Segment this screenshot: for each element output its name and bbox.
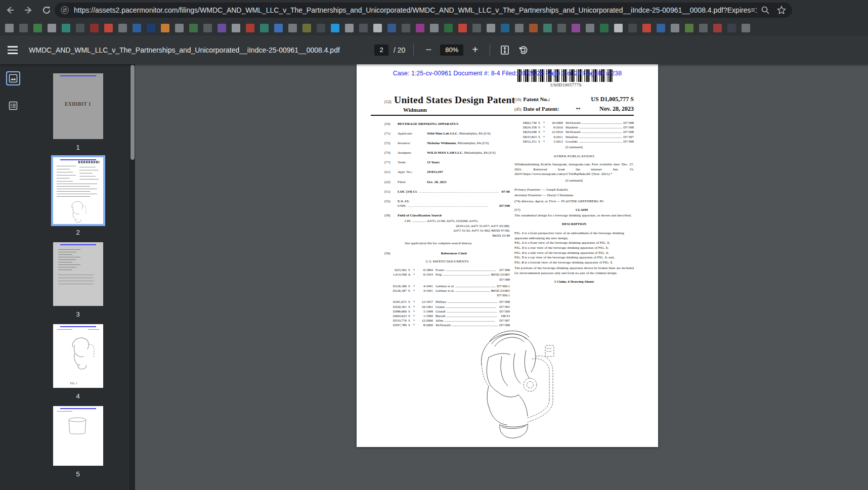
bookmark-favicon[interactable] bbox=[628, 24, 637, 32]
bookmark-favicon[interactable] bbox=[90, 24, 99, 32]
biblio-field: (58)Field of Classification SearchCPC ..… bbox=[384, 213, 510, 246]
bookmark-favicon[interactable] bbox=[48, 24, 56, 32]
field-body: Field of Classification SearchCPC ......… bbox=[398, 213, 510, 246]
bookmark-favicon[interactable] bbox=[19, 24, 28, 32]
reference-number: D533,776 bbox=[384, 318, 407, 323]
field-body: Wild Man Lab LLC, Philadelphia, PA (US) bbox=[427, 131, 510, 137]
zoom-out-button[interactable]: − bbox=[422, 43, 435, 57]
outline-panel-toggle[interactable] bbox=[6, 99, 20, 113]
bookmark-favicon[interactable] bbox=[317, 24, 325, 32]
bookmark-favicon[interactable] bbox=[260, 24, 269, 32]
bookmark-favicon[interactable] bbox=[515, 24, 524, 32]
bookmark-favicon[interactable] bbox=[430, 24, 439, 32]
attorney-name: FLASTER GREENBERG PC bbox=[561, 199, 604, 203]
url-bar[interactable]: https://assets2.pacermonitor.com/filings… bbox=[55, 3, 792, 18]
bookmark-favicon[interactable] bbox=[543, 24, 552, 32]
bookmark-favicon[interactable] bbox=[671, 24, 679, 32]
page-thumbnail[interactable]: FIG 1 bbox=[53, 324, 103, 388]
reload-button[interactable] bbox=[38, 2, 55, 18]
bookmark-favicon[interactable] bbox=[118, 24, 127, 32]
bookmark-favicon[interactable] bbox=[373, 24, 382, 32]
page-thumbnail[interactable]: EXHIBIT 1 bbox=[53, 73, 103, 139]
page-thumbnail[interactable] bbox=[53, 157, 103, 224]
bookmark-favicon[interactable] bbox=[288, 24, 297, 32]
bookmark-favicon[interactable] bbox=[133, 24, 141, 32]
bookmark-favicon[interactable] bbox=[416, 24, 424, 32]
description-line: FIG. 6 is a bottom view of the beverage … bbox=[514, 260, 634, 265]
field-value: 07-06 bbox=[502, 190, 510, 195]
reference-kind: S bbox=[407, 318, 412, 323]
bookmark-favicon[interactable] bbox=[33, 24, 42, 32]
page-thumbnail[interactable] bbox=[53, 242, 103, 306]
patent-title: United States Design Patent bbox=[394, 95, 515, 106]
zoom-in-button[interactable]: + bbox=[468, 43, 482, 57]
bookmark-favicon[interactable] bbox=[5, 24, 14, 32]
description-title: DESCRIPTION bbox=[514, 222, 634, 227]
bookmark-favicon[interactable] bbox=[331, 24, 339, 32]
bookmark-favicon[interactable] bbox=[529, 24, 538, 32]
bookmark-favicon[interactable] bbox=[232, 24, 240, 32]
reference-date: 10/1991 bbox=[416, 304, 433, 309]
bookmark-favicon[interactable] bbox=[444, 24, 453, 32]
bookmark-favicon[interactable] bbox=[62, 24, 70, 32]
rotate-button[interactable] bbox=[516, 43, 530, 57]
bookmark-favicon[interactable] bbox=[345, 24, 354, 32]
reference-date: 6/1894 bbox=[416, 268, 433, 272]
bookmark-favicon[interactable] bbox=[274, 24, 283, 32]
bookmark-favicon[interactable] bbox=[742, 24, 750, 32]
bookmark-favicon[interactable] bbox=[458, 24, 467, 32]
bookmark-favicon[interactable] bbox=[600, 24, 609, 32]
bookmark-favicon[interactable] bbox=[557, 24, 566, 32]
bookmark-favicon[interactable] bbox=[387, 24, 396, 32]
back-button[interactable] bbox=[2, 2, 18, 18]
bookmark-favicon[interactable] bbox=[246, 24, 254, 32]
reference-kind: S bbox=[407, 314, 412, 318]
bookmark-favicon[interactable] bbox=[472, 24, 481, 32]
search-icon[interactable] bbox=[761, 6, 770, 15]
bookmark-favicon[interactable] bbox=[487, 24, 495, 32]
site-info-icon[interactable] bbox=[61, 6, 69, 14]
forward-button[interactable] bbox=[20, 2, 36, 18]
scrollbar-thumb[interactable] bbox=[131, 65, 135, 160]
fit-page-button[interactable] bbox=[498, 43, 511, 57]
forward-icon bbox=[23, 5, 33, 15]
bookmark-favicon[interactable] bbox=[104, 24, 113, 32]
reference-kind: S bbox=[407, 284, 412, 288]
zoom-level[interactable]: 80% bbox=[440, 44, 463, 56]
bookmark-favicon[interactable] bbox=[713, 24, 722, 32]
reference-name: Maufette bbox=[566, 125, 578, 129]
bookmark-favicon[interactable] bbox=[189, 24, 198, 32]
bookmark-favicon[interactable] bbox=[161, 24, 169, 32]
bookmark-favicon[interactable] bbox=[727, 24, 736, 32]
bookmark-favicon[interactable] bbox=[76, 24, 84, 32]
bookmark-favicon[interactable] bbox=[685, 24, 693, 32]
bookmark-favicon[interactable] bbox=[147, 24, 155, 32]
bookmark-favicon[interactable] bbox=[501, 24, 509, 32]
bookmark-favicon[interactable] bbox=[657, 24, 665, 32]
thumbnails-panel-toggle[interactable] bbox=[6, 71, 20, 85]
reference-name: Goralski bbox=[566, 139, 578, 144]
thumbnails-scrollbar[interactable] bbox=[129, 64, 135, 490]
reference-class: D7/398 bbox=[384, 277, 510, 282]
bookmark-favicon[interactable] bbox=[572, 24, 580, 32]
reference-class: D7/397 bbox=[499, 318, 510, 323]
bookmark-favicon[interactable] bbox=[218, 24, 226, 32]
page-number-input[interactable]: 2 bbox=[374, 44, 388, 56]
field-body: 29/813,447 bbox=[427, 170, 510, 175]
bookmark-favicon[interactable] bbox=[203, 24, 212, 32]
bookmark-favicon[interactable] bbox=[302, 24, 311, 32]
bookmark-favicon[interactable] bbox=[175, 24, 184, 32]
bookmark-favicon[interactable] bbox=[586, 24, 594, 32]
bookmark-favicon[interactable] bbox=[402, 24, 410, 32]
bookmark-favicon[interactable] bbox=[699, 24, 708, 32]
bookmark-favicon[interactable] bbox=[642, 24, 651, 32]
bookmark-favicon[interactable] bbox=[614, 24, 623, 32]
bookmark-favicon[interactable] bbox=[359, 24, 368, 32]
page-thumbnail[interactable] bbox=[53, 406, 103, 466]
url-text[interactable]: https://assets2.pacermonitor.com/filings… bbox=[74, 6, 757, 14]
reference-row: D126,186S*4/1941Gebhart et al...........… bbox=[384, 284, 510, 288]
bookmark-star-icon[interactable] bbox=[777, 6, 786, 15]
rotate-icon bbox=[518, 45, 528, 55]
menu-button[interactable] bbox=[6, 43, 19, 57]
header-code-10: (10) bbox=[514, 98, 521, 102]
